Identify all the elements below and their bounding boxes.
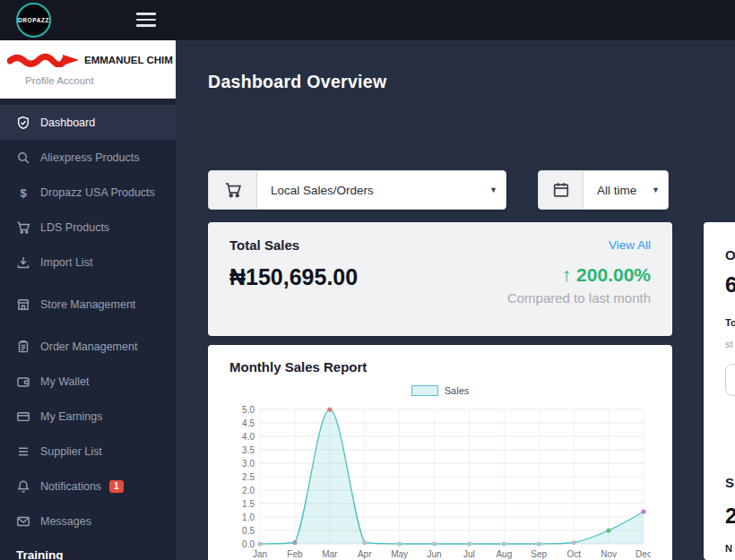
profile-section[interactable]: EMMANUEL CHIM Profile Account bbox=[0, 40, 176, 99]
red-scribble-redaction bbox=[7, 53, 82, 67]
dollar-icon: $ bbox=[16, 185, 30, 200]
logo-text: DROPAZZ bbox=[18, 17, 49, 23]
dashboard-shield-icon bbox=[16, 116, 30, 130]
sidebar-item-label: Messages bbox=[40, 515, 91, 528]
legend-label: Sales bbox=[445, 385, 470, 396]
sales-type-select[interactable]: Local Sales/Orders ▼ bbox=[257, 171, 506, 209]
store-icon bbox=[16, 297, 30, 312]
sidebar-item-label: My Earnings bbox=[40, 410, 102, 423]
main-content: Dashboard Overview Local Sales/Orders ▼ … bbox=[176, 40, 735, 560]
sidebar-item-label: Dropazz USA Products bbox=[40, 186, 155, 199]
sidebar-item-my-earnings[interactable]: My Earnings bbox=[0, 399, 176, 434]
sales-type-filter: Local Sales/Orders ▼ bbox=[208, 170, 506, 210]
svg-text:Dec: Dec bbox=[636, 549, 651, 559]
up-arrow-icon: ↑ bbox=[562, 264, 572, 285]
svg-text:4.0: 4.0 bbox=[242, 432, 255, 442]
dropazz-logo[interactable]: DROPAZZ bbox=[16, 3, 51, 38]
sidebar-item-label: Aliexpress Products bbox=[40, 151, 139, 164]
sidebar-item-label: Store Management bbox=[40, 298, 135, 311]
right-stats-card: O 6 To st S 2 N bbox=[704, 222, 735, 560]
sidebar: EMMANUEL CHIM Profile Account DashboardA… bbox=[0, 40, 176, 560]
import-icon bbox=[16, 255, 30, 270]
sidebar-item-aliexpress-products[interactable]: Aliexpress Products bbox=[0, 140, 176, 175]
profile-subtitle: Profile Account bbox=[25, 75, 176, 86]
compare-note: Compared to last month bbox=[507, 290, 651, 306]
sidebar-menu: DashboardAliexpress Products$Dropazz USA… bbox=[0, 105, 176, 538]
svg-text:4.5: 4.5 bbox=[242, 418, 255, 428]
profile-name: EMMANUEL CHIM bbox=[84, 55, 173, 65]
topbar: DROPAZZ bbox=[0, 0, 735, 40]
bell-icon bbox=[16, 479, 30, 494]
svg-text:1.0: 1.0 bbox=[242, 513, 255, 522]
order-icon bbox=[16, 340, 30, 354]
svg-text:Feb: Feb bbox=[287, 549, 303, 559]
profile-name-row: EMMANUEL CHIM bbox=[0, 52, 176, 68]
time-range-filter: All time ▼ bbox=[538, 170, 669, 210]
page-title: Dashboard Overview bbox=[208, 72, 386, 92]
sales-change-percent: ↑ 200.00% bbox=[562, 264, 651, 285]
total-sales-card: Total Sales View All ₦150,695.00 ↑ 200.0… bbox=[208, 222, 672, 336]
calendar-icon bbox=[552, 181, 570, 199]
total-sales-amount: ₦150,695.00 bbox=[229, 264, 358, 290]
hamburger-menu-icon[interactable] bbox=[136, 8, 160, 31]
svg-text:Aug: Aug bbox=[496, 549, 512, 559]
svg-text:Mar: Mar bbox=[322, 549, 338, 559]
sidebar-item-dropazz-usa-products[interactable]: $Dropazz USA Products bbox=[0, 175, 176, 210]
right-card-stat: 6 bbox=[725, 272, 735, 297]
svg-text:Oct: Oct bbox=[566, 549, 581, 559]
time-range-value: All time bbox=[597, 184, 636, 197]
dashboard-page: DROPAZZ EMMANUEL CHIM Profile Account Da… bbox=[0, 0, 735, 560]
total-sales-title: Total Sales bbox=[229, 237, 299, 253]
notification-count-badge: 1 bbox=[109, 480, 124, 493]
sales-area-chart: 0.00.51.01.52.02.53.03.54.04.55.0JanFebM… bbox=[229, 399, 651, 560]
monthly-sales-card: Monthly Sales Report Sales 0.00.51.01.52… bbox=[208, 345, 672, 560]
sidebar-item-store-management[interactable]: Store Management bbox=[0, 287, 176, 322]
right-card-button[interactable] bbox=[725, 364, 735, 396]
right-card-section2-title: S bbox=[725, 475, 734, 490]
sidebar-item-dashboard[interactable]: Dashboard bbox=[0, 105, 176, 140]
filter-icon-box bbox=[209, 171, 257, 209]
sidebar-item-label: LDS Products bbox=[40, 221, 109, 234]
svg-text:Sep: Sep bbox=[531, 549, 547, 559]
right-card-section2-note: N bbox=[725, 543, 732, 554]
svg-text:3.5: 3.5 bbox=[242, 445, 255, 455]
right-card-title: O bbox=[725, 247, 735, 263]
sidebar-item-my-wallet[interactable]: My Wallet bbox=[0, 364, 176, 399]
right-card-note-2: st bbox=[725, 339, 733, 349]
sidebar-item-training[interactable]: Training bbox=[16, 548, 64, 560]
filter-icon-box bbox=[539, 171, 584, 209]
cart-icon bbox=[16, 220, 30, 235]
sidebar-item-import-list[interactable]: Import List bbox=[0, 245, 176, 280]
search-icon bbox=[16, 151, 30, 165]
mail-icon bbox=[16, 514, 30, 529]
svg-text:3.0: 3.0 bbox=[242, 459, 255, 469]
sidebar-item-lds-products[interactable]: LDS Products bbox=[0, 210, 176, 245]
view-all-link[interactable]: View All bbox=[609, 238, 651, 252]
sidebar-item-label: Import List bbox=[40, 256, 92, 269]
svg-text:Jan: Jan bbox=[253, 549, 267, 559]
sidebar-item-messages[interactable]: Messages bbox=[0, 504, 176, 538]
svg-text:Apr: Apr bbox=[358, 549, 372, 559]
right-card-note-1: To bbox=[725, 317, 735, 328]
sales-chart: 0.00.51.01.52.02.53.03.54.04.55.0JanFebM… bbox=[229, 399, 651, 560]
legend-swatch bbox=[411, 385, 438, 396]
sidebar-item-notifications[interactable]: Notifications1 bbox=[0, 469, 176, 504]
svg-text:2.0: 2.0 bbox=[242, 486, 255, 495]
chevron-down-icon: ▼ bbox=[489, 185, 497, 194]
sidebar-item-label: My Wallet bbox=[40, 375, 89, 388]
svg-text:0.0: 0.0 bbox=[242, 539, 255, 549]
sidebar-item-label: Order Management bbox=[40, 340, 137, 353]
sidebar-item-order-management[interactable]: Order Management bbox=[0, 329, 176, 364]
sidebar-item-supplier-list[interactable]: Supplier List bbox=[0, 434, 176, 469]
svg-text:Nov: Nov bbox=[601, 549, 617, 559]
svg-text:Jun: Jun bbox=[427, 549, 441, 559]
cart-icon bbox=[224, 181, 242, 199]
svg-text:5.0: 5.0 bbox=[242, 405, 255, 415]
svg-text:0.5: 0.5 bbox=[242, 526, 255, 536]
time-range-select[interactable]: All time ▼ bbox=[584, 171, 668, 209]
sidebar-item-label: Notifications bbox=[40, 480, 101, 493]
right-card-section2-stat: 2 bbox=[725, 504, 735, 529]
chart-title: Monthly Sales Report bbox=[229, 359, 651, 375]
card-icon bbox=[16, 409, 30, 424]
chart-legend[interactable]: Sales bbox=[229, 385, 651, 396]
